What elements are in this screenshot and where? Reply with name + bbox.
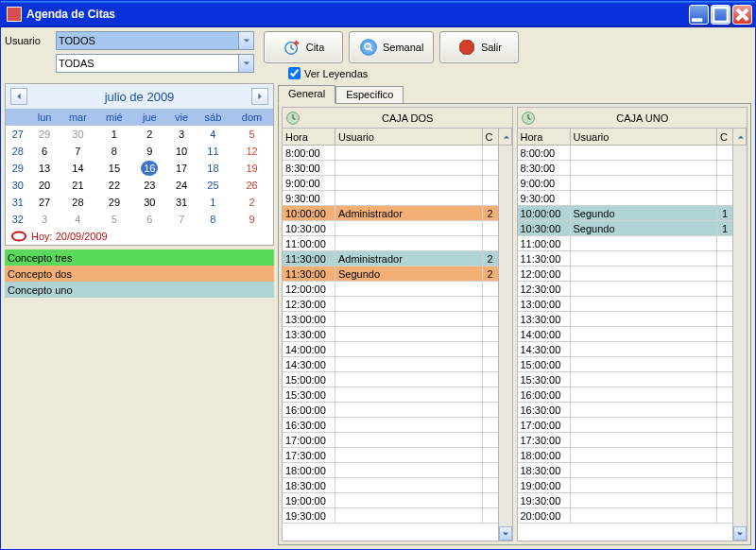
calendar-day-selected[interactable]: 16: [132, 160, 168, 177]
calendar-day[interactable]: 17: [167, 160, 196, 177]
calendar-day[interactable]: 29: [30, 126, 60, 143]
calendar-day[interactable]: 4: [196, 126, 231, 143]
schedule-row[interactable]: 15:30:00: [283, 387, 498, 403]
calendar-day[interactable]: 1: [196, 194, 231, 211]
calendar-grid[interactable]: lunmarmiéjueviesábdom2729301234528678910…: [6, 109, 273, 228]
schedule-row[interactable]: 12:00:00: [518, 266, 733, 282]
calendar-day[interactable]: 6: [30, 143, 60, 160]
calendar-day[interactable]: 27: [30, 194, 60, 211]
schedule-row[interactable]: 11:30:00: [518, 251, 733, 266]
calendar-day[interactable]: 21: [60, 177, 97, 194]
schedule-row[interactable]: 16:30:00: [283, 418, 498, 433]
calendar-day[interactable]: 2: [132, 126, 168, 143]
ver-leyendas-checkbox[interactable]: [288, 67, 301, 79]
scroll-down-button[interactable]: [499, 526, 512, 541]
schedule-row[interactable]: 10:00:00Administrador2: [283, 206, 498, 221]
calendar-day[interactable]: 8: [196, 211, 231, 228]
calendar-day[interactable]: 3: [167, 126, 196, 143]
calendar-next-button[interactable]: [251, 88, 268, 105]
schedule-row[interactable]: 11:00:00: [518, 236, 733, 251]
calendar-day[interactable]: 19: [231, 160, 273, 177]
calendar-day[interactable]: 18: [196, 160, 231, 177]
calendar-day[interactable]: 7: [60, 143, 97, 160]
schedule-row[interactable]: 19:00:00: [283, 493, 498, 508]
calendar-day[interactable]: 9: [231, 211, 273, 228]
schedule-row[interactable]: 8:00:00: [518, 146, 733, 161]
schedule-row[interactable]: 18:30:00: [283, 478, 498, 493]
schedule-row[interactable]: 16:00:00: [518, 387, 733, 403]
schedule-row[interactable]: 14:00:00: [283, 342, 498, 357]
calendar-day[interactable]: 30: [132, 194, 168, 211]
schedule-row[interactable]: 19:30:00: [518, 493, 733, 508]
calendar-day[interactable]: 1: [96, 126, 131, 143]
scroll-down-button[interactable]: [733, 526, 747, 541]
calendar-day[interactable]: 4: [60, 211, 97, 228]
schedule-row[interactable]: 13:30:00: [518, 312, 733, 327]
schedule-row[interactable]: 10:30:00Segundo1: [518, 221, 733, 236]
schedule-row[interactable]: 19:30:00: [283, 508, 498, 524]
schedule-row[interactable]: 8:30:00: [518, 161, 733, 176]
schedule-row[interactable]: 14:00:00: [518, 327, 733, 342]
schedule-row[interactable]: 12:30:00: [283, 297, 498, 312]
schedule-row[interactable]: 8:00:00: [283, 146, 498, 161]
schedule-row[interactable]: 18:00:00: [283, 463, 498, 478]
calendar-day[interactable]: 12: [231, 143, 273, 160]
schedule-row[interactable]: 11:30:00Segundo2: [283, 266, 498, 282]
close-button[interactable]: [732, 5, 752, 25]
tab-general[interactable]: General: [278, 85, 335, 104]
schedule-row[interactable]: 10:30:00: [283, 221, 498, 236]
titlebar[interactable]: Agenda de Citas: [1, 1, 755, 27]
calendar-day[interactable]: 8: [96, 143, 131, 160]
calendar-prev-button[interactable]: [10, 88, 27, 105]
calendar-day[interactable]: 15: [96, 160, 131, 177]
salir-button[interactable]: Salir: [439, 31, 519, 63]
semanal-button[interactable]: Semanal: [349, 31, 434, 63]
maximize-button[interactable]: [711, 5, 730, 25]
schedule-row[interactable]: 14:30:00: [518, 342, 733, 357]
calendar-day[interactable]: 11: [196, 143, 231, 160]
calendar-day[interactable]: 5: [231, 126, 273, 143]
calendar-day[interactable]: 29: [96, 194, 131, 211]
scroll-up-button[interactable]: [498, 129, 512, 145]
schedule-row[interactable]: 10:00:00Segundo1: [518, 206, 733, 221]
schedule-row[interactable]: 11:30:00Administrador2: [283, 251, 498, 266]
calendar-day[interactable]: 30: [60, 126, 97, 143]
schedule-row[interactable]: 13:00:00: [518, 297, 733, 312]
scroll-up-button[interactable]: [732, 129, 747, 145]
schedule-row[interactable]: 15:00:00: [283, 372, 498, 387]
schedule-row[interactable]: 12:30:00: [518, 282, 733, 297]
calendar-day[interactable]: 31: [167, 194, 196, 211]
schedule-row[interactable]: 12:00:00: [283, 282, 498, 297]
schedule-row[interactable]: 9:30:00: [518, 191, 733, 206]
schedule-row[interactable]: 17:00:00: [283, 433, 498, 448]
schedule-row[interactable]: 8:30:00: [283, 161, 498, 176]
calendar-day[interactable]: 24: [167, 177, 196, 194]
calendar-day[interactable]: 20: [30, 177, 60, 194]
schedule-row[interactable]: 11:00:00: [283, 236, 498, 251]
calendar-day[interactable]: 10: [167, 143, 196, 160]
calendar-day[interactable]: 7: [167, 211, 196, 228]
schedule-row[interactable]: 18:30:00: [518, 463, 733, 478]
schedule-row[interactable]: 13:00:00: [283, 312, 498, 327]
schedule-row[interactable]: 16:30:00: [518, 403, 733, 418]
second-select[interactable]: TODAS: [56, 54, 254, 73]
schedule-row[interactable]: 17:30:00: [518, 433, 733, 448]
schedule-row[interactable]: 14:30:00: [283, 357, 498, 372]
scrollbar[interactable]: [498, 146, 512, 541]
calendar-day[interactable]: 3: [30, 211, 60, 228]
calendar-day[interactable]: 5: [96, 211, 131, 228]
schedule-row[interactable]: 13:30:00: [283, 327, 498, 342]
minimize-button[interactable]: [689, 5, 709, 25]
schedule-row[interactable]: 9:30:00: [283, 191, 498, 206]
calendar-day[interactable]: 28: [60, 194, 97, 211]
scroll-track[interactable]: [499, 146, 512, 526]
schedule-row[interactable]: 19:00:00: [518, 478, 733, 493]
cita-button[interactable]: Cita: [264, 31, 343, 63]
calendar-day[interactable]: 14: [60, 160, 97, 177]
calendar-day[interactable]: 6: [132, 211, 168, 228]
scroll-track[interactable]: [733, 146, 747, 526]
schedule-row[interactable]: 17:30:00: [283, 448, 498, 463]
calendar-today[interactable]: Hoy: 20/09/2009: [6, 228, 273, 245]
calendar-day[interactable]: 13: [30, 160, 60, 177]
schedule-row[interactable]: 17:00:00: [518, 418, 733, 433]
